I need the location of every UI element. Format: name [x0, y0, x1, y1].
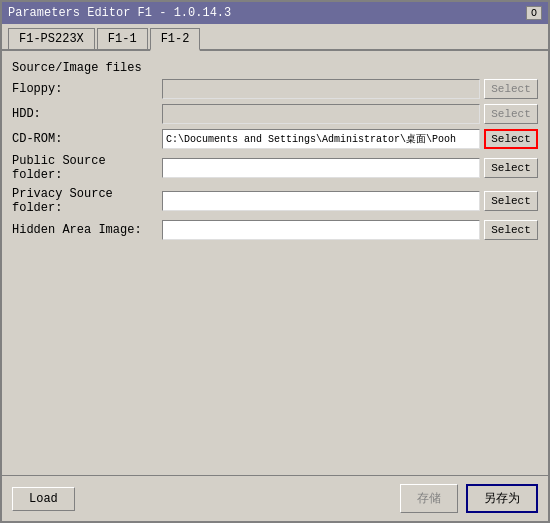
hdd-input[interactable] — [162, 104, 480, 124]
privacy-source-label: Privacy Source folder: — [12, 187, 162, 215]
public-source-select-button[interactable]: Select — [484, 158, 538, 178]
window-title: Parameters Editor F1 - 1.0.14.3 — [8, 6, 231, 20]
save-button[interactable]: 存储 — [400, 484, 458, 513]
hidden-area-input[interactable] — [162, 220, 480, 240]
hdd-select-button[interactable]: Select — [484, 104, 538, 124]
tab-f1-2[interactable]: F1-2 — [150, 28, 201, 51]
hidden-area-select-button[interactable]: Select — [484, 220, 538, 240]
public-source-label: Public Source folder: — [12, 154, 162, 182]
hidden-area-label: Hidden Area Image: — [12, 223, 162, 237]
main-window: Parameters Editor F1 - 1.0.14.3 O F1-PS2… — [0, 0, 550, 523]
cdrom-group: CD-ROM: Select — [12, 129, 538, 149]
public-source-group: Public Source folder: Select — [12, 154, 538, 182]
hdd-label: HDD: — [12, 107, 162, 121]
tabs-bar: F1-PS223X F1-1 F1-2 — [2, 24, 548, 51]
floppy-label: Floppy: — [12, 82, 162, 96]
cdrom-select-button[interactable]: Select — [484, 129, 538, 149]
content-area: Source/Image files Floppy: Select HDD: S… — [2, 51, 548, 475]
footer-right: 存储 另存为 — [400, 484, 538, 513]
cdrom-label: CD-ROM: — [12, 132, 162, 146]
hidden-area-group: Hidden Area Image: Select — [12, 220, 538, 240]
cdrom-input[interactable] — [162, 129, 480, 149]
floppy-select-button[interactable]: Select — [484, 79, 538, 99]
privacy-source-input[interactable] — [162, 191, 480, 211]
floppy-input[interactable] — [162, 79, 480, 99]
public-source-input[interactable] — [162, 158, 480, 178]
load-button[interactable]: Load — [12, 487, 75, 511]
privacy-source-select-button[interactable]: Select — [484, 191, 538, 211]
hdd-group: HDD: Select — [12, 104, 538, 124]
save-as-button[interactable]: 另存为 — [466, 484, 538, 513]
floppy-group: Floppy: Select — [12, 79, 538, 99]
privacy-source-group: Privacy Source folder: Select — [12, 187, 538, 215]
footer-left: Load — [12, 487, 75, 511]
tab-f1-1[interactable]: F1-1 — [97, 28, 148, 49]
tab-ps223x[interactable]: F1-PS223X — [8, 28, 95, 49]
section-title: Source/Image files — [12, 61, 538, 75]
close-button[interactable]: O — [526, 6, 542, 20]
title-bar: Parameters Editor F1 - 1.0.14.3 O — [2, 2, 548, 24]
footer: Load 存储 另存为 — [2, 475, 548, 521]
